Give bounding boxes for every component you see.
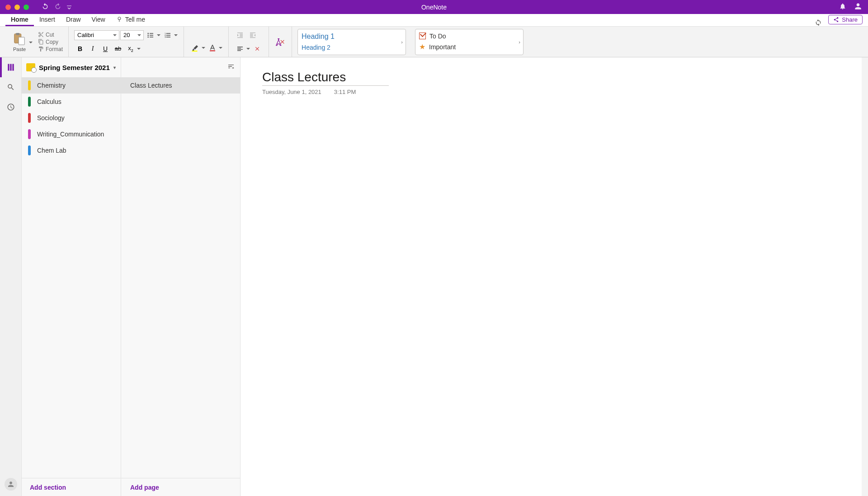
section-label: Chem Lab — [37, 147, 66, 154]
tab-home[interactable]: Home — [5, 14, 34, 26]
window-controls — [5, 5, 29, 10]
add-section-button[interactable]: Add section — [22, 478, 121, 496]
section-label: Calculus — [37, 98, 61, 105]
highlight-button[interactable] — [189, 42, 206, 54]
close-window-button[interactable] — [5, 5, 11, 10]
section-label: Chemistry — [37, 82, 66, 89]
tab-view[interactable]: View — [86, 14, 111, 26]
rail-recent[interactable] — [0, 97, 22, 117]
redo-button[interactable] — [54, 3, 61, 12]
format-painter-button[interactable]: Format — [38, 46, 63, 52]
bullets-button[interactable] — [145, 29, 161, 41]
svg-rect-7 — [192, 51, 198, 51]
section-color-tab — [28, 129, 31, 139]
paste-label: Paste — [13, 47, 26, 52]
tag-todo[interactable]: To Do — [419, 33, 519, 40]
styles-gallery[interactable]: Heading 1 Heading 2 › — [297, 29, 406, 55]
tab-tellme[interactable]: Tell me — [111, 14, 151, 26]
ribbon-tabs: Home Insert Draw View Tell me Share — [0, 14, 868, 27]
section-item[interactable]: Calculus — [22, 94, 121, 110]
star-icon: ★ — [419, 42, 425, 51]
page-date: Tuesday, June 1, 2021 — [262, 89, 321, 95]
checkbox-icon — [419, 33, 426, 39]
tag-important[interactable]: ★Important — [419, 42, 519, 51]
titlebar: OneNote — [0, 0, 868, 14]
page-item[interactable]: Class Lectures — [121, 77, 240, 94]
outdent-button[interactable] — [234, 29, 246, 41]
page-canvas[interactable]: Class Lectures Tuesday, June 1, 2021 3:1… — [241, 57, 868, 496]
svg-rect-2 — [16, 33, 20, 35]
user-avatar[interactable] — [5, 478, 17, 491]
svg-point-6 — [147, 36, 149, 37]
clear-formatting-button[interactable] — [274, 36, 286, 48]
sections-pane: Spring Semester 2021 ▾ ChemistryCalculus… — [22, 57, 121, 496]
font-color-button[interactable] — [207, 42, 223, 54]
page-meta: Tuesday, June 1, 2021 3:11 PM — [262, 89, 846, 95]
paste-dropdown[interactable] — [29, 38, 33, 46]
strikethrough-button[interactable]: ab — [112, 43, 124, 55]
ribbon: Paste Cut Copy Format B I U ab x2 — [0, 27, 868, 57]
tag-important-label: Important — [429, 43, 456, 51]
navigation-rail — [0, 57, 22, 496]
chevron-down-icon: ▾ — [113, 65, 116, 70]
tellme-label: Tell me — [125, 16, 145, 23]
subscript-button[interactable]: x2 — [125, 43, 141, 55]
paste-button[interactable]: Paste — [13, 32, 26, 52]
share-label: Share — [842, 16, 858, 23]
svg-point-4 — [147, 33, 149, 34]
sync-button[interactable] — [815, 19, 822, 26]
notifications-icon[interactable] — [839, 3, 846, 12]
style-heading1[interactable]: Heading 1 — [302, 33, 402, 41]
italic-button[interactable]: I — [87, 43, 99, 55]
page-title[interactable]: Class Lectures — [262, 70, 389, 86]
maximize-window-button[interactable] — [24, 5, 29, 10]
style-heading2[interactable]: Heading 2 — [302, 44, 402, 51]
svg-point-5 — [147, 34, 149, 36]
page-time: 3:11 PM — [334, 89, 356, 95]
sort-pages-button[interactable] — [227, 63, 235, 72]
section-color-tab — [28, 97, 31, 107]
styles-expand-icon[interactable]: › — [401, 39, 403, 45]
cut-button[interactable]: Cut — [38, 32, 63, 38]
add-page-button[interactable]: Add page — [121, 478, 240, 496]
section-item[interactable]: Writing_Communication — [22, 126, 121, 142]
tag-todo-label: To Do — [429, 33, 446, 40]
minimize-window-button[interactable] — [14, 5, 20, 10]
section-item[interactable]: Chem Lab — [22, 142, 121, 159]
rail-notebooks[interactable] — [0, 57, 22, 77]
numbering-button[interactable] — [162, 29, 178, 41]
vertical-scrollbar[interactable] — [862, 57, 868, 496]
undo-button[interactable] — [42, 3, 49, 12]
underline-button[interactable]: U — [99, 43, 111, 55]
tags-gallery[interactable]: To Do ★Important › — [415, 29, 524, 55]
section-label: Writing_Communication — [37, 131, 104, 138]
tab-insert[interactable]: Insert — [34, 14, 61, 26]
rail-search[interactable] — [0, 77, 22, 97]
copy-button[interactable]: Copy — [38, 39, 63, 45]
format-label: Format — [46, 46, 63, 52]
section-item[interactable]: Chemistry — [22, 77, 121, 94]
main-area: Spring Semester 2021 ▾ ChemistryCalculus… — [0, 57, 868, 496]
qat-dropdown[interactable] — [67, 3, 71, 11]
indent-button[interactable] — [247, 29, 259, 41]
cut-label: Cut — [46, 32, 54, 38]
delete-button[interactable] — [251, 43, 263, 55]
bold-button[interactable]: B — [74, 43, 86, 55]
section-color-tab — [28, 145, 31, 155]
account-icon[interactable] — [854, 2, 863, 13]
tab-draw[interactable]: Draw — [61, 14, 86, 26]
pages-pane: Class Lectures Add page — [121, 57, 241, 496]
tags-expand-icon[interactable]: › — [519, 39, 520, 45]
svg-rect-3 — [19, 37, 24, 45]
copy-label: Copy — [46, 39, 58, 45]
font-size-input[interactable] — [120, 30, 144, 40]
font-name-input[interactable] — [74, 30, 119, 40]
section-item[interactable]: Sociology — [22, 110, 121, 126]
svg-point-0 — [118, 17, 121, 20]
notebook-name: Spring Semester 2021 — [39, 64, 110, 71]
section-color-tab — [28, 113, 31, 123]
share-button[interactable]: Share — [828, 15, 863, 24]
notebook-picker[interactable]: Spring Semester 2021 ▾ — [22, 57, 121, 77]
section-label: Sociology — [37, 114, 65, 122]
align-button[interactable] — [234, 43, 250, 55]
